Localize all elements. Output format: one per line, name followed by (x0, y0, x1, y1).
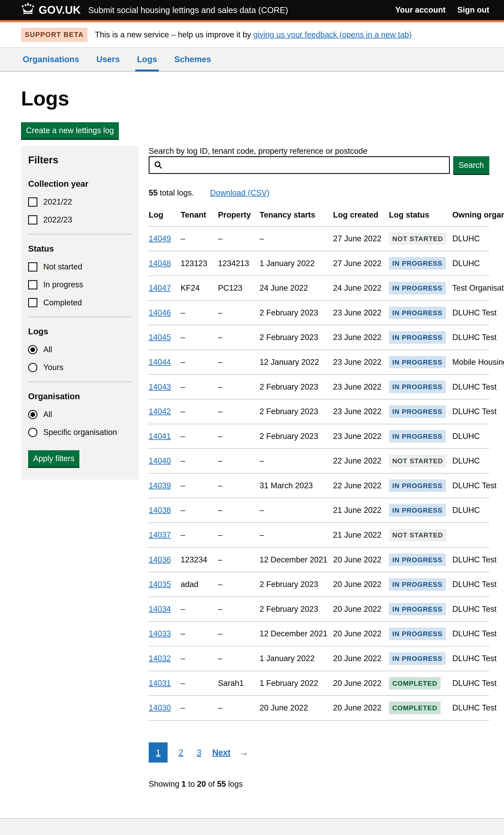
table-row: 14043 – – 2 February 2023 23 June 2022 I… (149, 374, 489, 399)
tenancy-starts-cell: 20 June 2022 (260, 696, 333, 720)
property-cell: – (218, 646, 260, 671)
filter-divider (28, 317, 132, 317)
tenant-cell: – (181, 424, 218, 449)
log-created-cell: 21 June 2022 (333, 498, 389, 523)
create-lettings-log-button[interactable]: Create a new lettings log (21, 122, 119, 139)
govuk-header: GOV.UK Submit social housing lettings an… (0, 0, 504, 22)
nav-item-label: Schemes (174, 55, 211, 64)
table-header-row: LogTenantPropertyTenancy startsLog creat… (149, 210, 489, 226)
nav-item-label: Users (96, 55, 120, 64)
log-id-link[interactable]: 14038 (149, 506, 171, 514)
checkbox-input[interactable] (28, 215, 37, 224)
status-badge: NOT STARTED (389, 529, 446, 542)
owning-org-cell: DLUHC Test (452, 548, 489, 572)
owning-org-cell: DLUHC Test (452, 572, 489, 597)
showing-prefix: Showing (149, 779, 181, 788)
your-account-link[interactable]: Your account (395, 5, 446, 15)
tenant-cell: – (181, 498, 218, 523)
service-name-link[interactable]: Submit social housing lettings and sales… (88, 5, 288, 16)
feedback-link[interactable]: giving us your feedback (opens in a new … (253, 30, 411, 39)
nav-item[interactable]: Organisations (21, 47, 81, 71)
log-id-link[interactable]: 14039 (149, 481, 171, 490)
pagination-next-link[interactable]: Next (212, 747, 230, 758)
tenancy-starts-cell: 1 February 2022 (260, 671, 333, 696)
filter-section-heading: Status (28, 243, 132, 254)
total-logs-label: total logs. (158, 188, 194, 197)
checkbox-input[interactable] (28, 280, 37, 289)
log-id-link[interactable]: 14049 (149, 234, 171, 243)
nav-item[interactable]: Users (95, 47, 121, 71)
log-id-link[interactable]: 14032 (149, 654, 171, 663)
log-id-link[interactable]: 14044 (149, 358, 171, 366)
radio-input[interactable] (28, 410, 37, 419)
filter-section-heading: Collection year (28, 178, 132, 189)
tenant-cell: – (181, 325, 218, 350)
radio-input[interactable] (28, 363, 37, 372)
property-cell: – (218, 399, 260, 424)
status-badge: IN PROGRESS (389, 652, 446, 665)
status-badge: IN PROGRESS (389, 381, 446, 393)
download-csv-link[interactable]: Download (CSV) (210, 188, 269, 197)
pagination-page-link[interactable]: 3 (194, 742, 204, 762)
table-row: 14034 – – 2 February 2023 20 June 2022 I… (149, 597, 489, 622)
property-cell: – (218, 449, 260, 473)
filter-sections: Collection year 2021/22 2022/23 Status N… (28, 178, 132, 437)
log-id-link[interactable]: 14031 (149, 679, 171, 688)
log-id-link[interactable]: 14036 (149, 555, 171, 564)
log-id-link[interactable]: 14040 (149, 456, 171, 465)
crown-icon (21, 3, 35, 18)
property-cell: – (218, 597, 260, 622)
search-input[interactable] (149, 156, 450, 174)
pagination-page-link[interactable]: 1 (149, 742, 167, 762)
filters-panel: Filters Collection year 2021/22 2022/23 … (21, 146, 139, 480)
log-id-link[interactable]: 14034 (149, 605, 171, 613)
showing-to: 20 (197, 779, 206, 788)
log-id-link[interactable]: 14046 (149, 308, 171, 317)
apply-filters-button[interactable]: Apply filters (28, 450, 79, 467)
owning-org-cell: DLUHC (452, 449, 489, 473)
showing-suffix: logs (226, 779, 243, 788)
log-id-link[interactable]: 14047 (149, 284, 171, 292)
nav-item[interactable]: Logs (135, 47, 159, 72)
pagination-page-link[interactable]: 2 (176, 742, 186, 762)
radio-label: Specific organisation (43, 427, 117, 437)
status-badge: IN PROGRESS (389, 331, 446, 344)
log-created-cell: 23 June 2022 (333, 325, 389, 350)
checkbox-input[interactable] (28, 298, 37, 307)
log-id-link[interactable]: 14043 (149, 383, 171, 391)
radio-input[interactable] (28, 345, 37, 354)
checkbox-input[interactable] (28, 262, 37, 271)
status-badge: NOT STARTED (389, 232, 446, 245)
radio-input[interactable] (28, 428, 37, 437)
log-id-link[interactable]: 14035 (149, 580, 171, 589)
log-id-link[interactable]: 14041 (149, 432, 171, 441)
log-id-link[interactable]: 14045 (149, 333, 171, 342)
tenant-cell: – (181, 646, 218, 671)
tenant-cell: – (181, 301, 218, 325)
search-button[interactable]: Search (453, 156, 489, 174)
log-id-link[interactable]: 14048 (149, 259, 171, 268)
log-id-link[interactable]: 14037 (149, 530, 171, 539)
log-id-link[interactable]: 14030 (149, 703, 171, 712)
filter-section-heading: Logs (28, 326, 132, 337)
column-header: Tenant (181, 210, 218, 226)
checkbox-input[interactable] (28, 198, 37, 207)
nav-item[interactable]: Schemes (173, 47, 213, 71)
primary-nav: OrganisationsUsersLogsSchemes (0, 47, 504, 72)
tenant-cell: – (181, 473, 218, 498)
column-header: Property (218, 210, 260, 226)
tenancy-starts-cell: 2 February 2023 (260, 325, 333, 350)
sign-out-link[interactable]: Sign out (457, 5, 489, 15)
property-cell: – (218, 301, 260, 325)
owning-org-cell: DLUHC Test (452, 325, 489, 350)
govuk-logo[interactable]: GOV.UK (21, 3, 81, 18)
log-id-link[interactable]: 14033 (149, 629, 171, 638)
table-row: 14040 – – – 22 June 2022 NOT STARTED DLU… (149, 449, 489, 473)
property-cell: – (218, 374, 260, 399)
log-created-cell: 20 June 2022 (333, 671, 389, 696)
property-cell: – (218, 350, 260, 375)
owning-org-cell: DLUHC Test (452, 597, 489, 622)
filter-divider (28, 234, 132, 235)
log-id-link[interactable]: 14042 (149, 407, 171, 416)
checkbox-label: Not started (43, 262, 82, 272)
